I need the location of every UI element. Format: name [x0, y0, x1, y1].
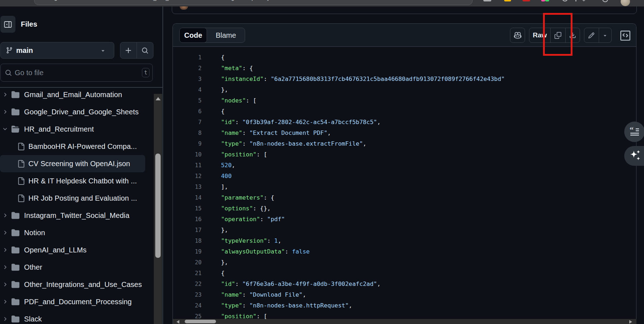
scroll-up-arrow-icon[interactable] — [156, 97, 161, 100]
collapse-sidebar-button[interactable] — [0, 16, 15, 33]
tree-item-hr-and-recruitment[interactable]: HR_and_Recruitment — [0, 120, 145, 138]
search-icon — [142, 47, 148, 54]
sidebar-scrollbar[interactable] — [154, 94, 162, 324]
line-number[interactable]: 23 — [180, 289, 202, 300]
line-number[interactable]: 18 — [180, 236, 202, 246]
extension-icon[interactable] — [541, 0, 545, 1]
chevron-right-icon[interactable] — [2, 282, 8, 287]
line-number[interactable]: 17 — [180, 225, 202, 236]
chevron-right-icon[interactable] — [2, 247, 8, 253]
chevron-right-icon[interactable] — [2, 109, 8, 115]
line-number[interactable]: 6 — [180, 106, 202, 117]
code-line: }, — [221, 225, 228, 236]
line-number[interactable]: 1 — [180, 52, 202, 63]
chevron-right-icon[interactable] — [2, 316, 8, 322]
caret-down-icon — [602, 33, 608, 38]
chevron-down-icon[interactable] — [2, 126, 8, 132]
tree-item-instagram-twitter-social-media[interactable]: Instagram_Twitter_Social_Media — [0, 207, 145, 224]
ai-assistant-button[interactable] — [624, 146, 644, 166]
branch-selector[interactable]: main — [0, 42, 114, 59]
line-number[interactable]: 14 — [180, 192, 202, 203]
tree-item-label: HR Job Posting and Evaluation ... — [28, 194, 137, 202]
folder-icon — [12, 263, 19, 271]
tree-item-hr-it-helpdesk-chatbot-with[interactable]: HR & IT Helpdesk Chatbot with ... — [0, 172, 145, 190]
code-line: "position": [ — [221, 149, 267, 160]
line-number[interactable]: 7 — [180, 117, 202, 128]
tree-item-notion[interactable]: Notion — [0, 224, 145, 241]
extension-icon[interactable] — [545, 0, 549, 1]
folder-icon — [12, 91, 19, 99]
tree-item-bamboohr-ai-powered-compa[interactable]: BambooHR AI-Powered Compa... — [0, 138, 145, 155]
search-tree-button[interactable] — [137, 42, 153, 58]
tree-item-pdf-and-document-processing[interactable]: PDF_and_Document_Processing — [0, 293, 145, 310]
tree-item-gmail-and-email-automation[interactable]: Gmail_and_Email_Automation — [0, 87, 145, 103]
tree-item-google-drive-and-google-sheets[interactable]: Google_Drive_and_Google_Sheets — [0, 103, 145, 120]
tree-item-other[interactable]: Other — [0, 259, 145, 276]
line-number[interactable]: 15 — [180, 203, 202, 214]
plus-icon — [125, 47, 132, 54]
chevron-right-icon[interactable] — [2, 230, 8, 236]
edit-dropdown-button[interactable] — [599, 28, 611, 42]
tree-item-label: Other_Integrations_and_Use_Cases — [24, 280, 142, 289]
scroll-right-arrow-icon[interactable] — [629, 320, 632, 324]
copilot-button[interactable] — [510, 28, 525, 43]
line-number[interactable]: 19 — [180, 246, 202, 257]
sidebar-scrollbar-thumb[interactable] — [155, 154, 161, 258]
chevron-right-icon[interactable] — [2, 92, 8, 97]
code-viewer[interactable]: 1{2"meta": {3"instanceId": "6a2a7715680b… — [173, 47, 636, 324]
tree-item-label: BambooHR AI-Powered Compa... — [28, 142, 137, 151]
line-number[interactable]: 20 — [180, 257, 202, 268]
go-to-file-placeholder: Go to file — [15, 69, 43, 77]
browser-menu-icon[interactable] — [562, 0, 568, 1]
tree-item-cv-screening-with-openai-json[interactable]: CV Screening with OpenAI.json — [0, 155, 145, 172]
line-number[interactable]: 5 — [180, 95, 202, 106]
tree-item-other-integrations-and-use-cases[interactable]: Other_Integrations_and_Use_Cases — [0, 276, 145, 293]
line-number[interactable]: 10 — [180, 149, 202, 160]
line-number[interactable]: 13 — [180, 182, 202, 192]
tree-item-label: HR & IT Helpdesk Chatbot with ... — [28, 177, 137, 185]
tree-item-hr-job-posting-and-evaluation[interactable]: HR Job Posting and Evaluation ... — [0, 190, 145, 207]
line-number[interactable]: 9 — [180, 138, 202, 149]
tab-code[interactable]: Code — [179, 28, 207, 43]
code-square-icon — [620, 31, 630, 41]
scroll-left-arrow-icon[interactable] — [176, 320, 179, 324]
line-number[interactable]: 2 — [180, 63, 202, 74]
edit-file-button[interactable] — [584, 28, 599, 42]
new-file-button[interactable] — [120, 42, 137, 58]
quote-summarize-icon: “ — [629, 126, 641, 138]
line-number[interactable]: 4 — [180, 85, 202, 95]
tab-blame[interactable]: Blame — [207, 28, 245, 42]
line-number[interactable]: 3 — [180, 74, 202, 85]
line-number[interactable]: 8 — [180, 128, 202, 138]
tree-item-slack[interactable]: Slack — [0, 310, 145, 324]
line-number[interactable]: 11 — [180, 160, 202, 171]
tree-item-label: PDF_and_Document_Processing — [24, 298, 132, 306]
edit-group — [584, 28, 612, 43]
address-bar[interactable]: github.com/n8n-workflows/blob/main/HR_an… — [34, 0, 473, 5]
extension-icon[interactable] — [483, 0, 491, 1]
line-number[interactable]: 21 — [180, 268, 202, 279]
git-branch-icon — [6, 47, 13, 54]
chevron-right-icon[interactable] — [2, 264, 8, 270]
folder-icon — [12, 280, 19, 288]
symbols-button[interactable] — [620, 31, 630, 41]
line-number[interactable]: 24 — [180, 300, 202, 311]
tree-item-openai-and-llms[interactable]: OpenAI_and_LLMs — [0, 241, 145, 259]
chevron-right-icon[interactable] — [2, 299, 8, 305]
code-horizontal-scrollbar[interactable] — [173, 319, 636, 324]
extension-icon[interactable] — [504, 0, 511, 1]
code-line: }, — [221, 257, 228, 268]
line-number[interactable]: 22 — [180, 279, 202, 289]
code-scrollbar-thumb[interactable] — [185, 320, 216, 323]
chevron-right-icon[interactable] — [2, 213, 8, 218]
browser-avatar[interactable] — [621, 0, 630, 6]
extension-icon[interactable] — [523, 0, 530, 1]
folder-icon — [12, 108, 19, 116]
file-icon — [17, 195, 25, 202]
browser-profile-icon[interactable] — [602, 0, 608, 2]
line-number[interactable]: 16 — [180, 214, 202, 225]
line-number[interactable]: 12 — [180, 171, 202, 182]
go-to-file-input[interactable]: Go to file t — [0, 64, 153, 82]
summarize-extension-button[interactable]: “ — [624, 122, 644, 142]
code-line: "type": "n8n-nodes-base.extractFromFile"… — [221, 138, 367, 149]
